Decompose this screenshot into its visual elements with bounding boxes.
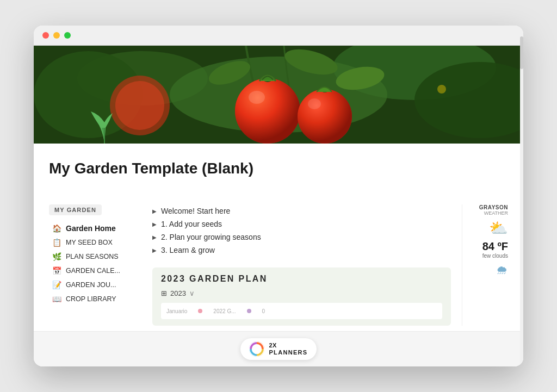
sidebar-library-label: CROP LIBRARY [66, 295, 116, 303]
arrow-icon: ▶ [152, 221, 157, 227]
browser-chrome [34, 26, 523, 46]
library-icon: 📖 [52, 295, 61, 303]
weather-cloud-icon: 🌧 [469, 263, 508, 277]
weather-location: GRAYSON [469, 204, 508, 210]
row-dot-2 [247, 309, 251, 313]
table-preview: Januario 2022 G... 0 [161, 303, 442, 319]
calendar-icon: 📅 [52, 266, 61, 275]
sidebar: MY GARDEN 🏠 Garden Home 📋 MY SEED BOX 🌿 … [49, 204, 141, 326]
seasons-icon: 🌿 [52, 252, 61, 261]
svg-point-10 [115, 81, 164, 130]
svg-point-17 [249, 91, 265, 104]
sidebar-item-garden-journal[interactable]: 📝 GARDEN JOU... [49, 278, 141, 291]
svg-point-23 [253, 345, 261, 353]
garden-plan-year: 2023 [170, 289, 186, 297]
svg-point-14 [298, 89, 352, 144]
outline-seeds-label: 1. Add your seeds [161, 220, 222, 228]
sidebar-seedbox-label: MY SEED BOX [66, 239, 113, 246]
outline-welcome-label: Welcome! Start here [161, 207, 230, 215]
weather-widget: GRAYSON WEATHER ⛅ 84 ºF few clouds 🌧 [462, 204, 508, 326]
chevron-down-icon: ∨ [189, 289, 195, 297]
weather-description: few clouds [469, 253, 508, 259]
outline-item-seasons[interactable]: ▶ 2. Plan your growing seasons [152, 231, 451, 244]
svg-point-19 [437, 85, 446, 94]
outline-item-welcome[interactable]: ▶ Welcome! Start here [152, 204, 451, 217]
sidebar-item-garden-home[interactable]: 🏠 Garden Home [49, 222, 141, 235]
page-content: My Garden Template (Blank) MY GARDEN 🏠 G… [34, 144, 523, 331]
page-title: My Garden Template (Blank) [49, 160, 508, 177]
weather-label: WEATHER [469, 210, 508, 216]
browser-window: My Garden Template (Blank) MY GARDEN 🏠 G… [34, 26, 523, 366]
leaf-decoration [88, 109, 121, 144]
sidebar-journal-label: GARDEN JOU... [66, 281, 116, 289]
outline-learn-label: 3. Learn & grow [161, 246, 215, 254]
svg-point-12 [235, 78, 300, 144]
weather-temperature: 84 ºF [469, 240, 508, 253]
arrow-icon: ▶ [152, 247, 157, 253]
col-value-1: 0 [262, 308, 265, 314]
garden-plan-tab[interactable]: ⊞ 2023 ∨ [161, 289, 442, 297]
garden-plan-section: 2023 GARDEN PLAN ⊞ 2023 ∨ Januario 2022 … [152, 267, 451, 326]
table-icon: ⊞ [161, 289, 167, 297]
close-button[interactable] [42, 32, 49, 39]
arrow-icon: ▶ [152, 208, 157, 214]
col-label-1: Januario [166, 308, 187, 314]
brand-planners-label: PLANNERS [269, 349, 307, 356]
sidebar-calendar-label: GARDEN CALE... [66, 267, 120, 275]
sidebar-item-plan-seasons[interactable]: 🌿 PLAN SEASONS [49, 250, 141, 263]
minimize-button[interactable] [53, 32, 60, 39]
main-content: ▶ Welcome! Start here ▶ 1. Add your seed… [152, 204, 451, 326]
hero-image [34, 46, 523, 144]
sidebar-item-crop-library[interactable]: 📖 CROP LIBRARY [49, 293, 141, 306]
arrow-icon: ▶ [152, 234, 157, 240]
brand-logo [249, 341, 264, 357]
sidebar-home-label: Garden Home [66, 224, 116, 233]
row-dot-1 [198, 309, 202, 313]
svg-point-18 [308, 98, 321, 109]
scrollbar-thumb[interactable] [520, 36, 523, 69]
brand-2x-label: 2X [269, 342, 307, 349]
maximize-button[interactable] [64, 32, 71, 39]
outline-item-learn[interactable]: ▶ 3. Learn & grow [152, 244, 451, 257]
outline-item-seeds[interactable]: ▶ 1. Add your seeds [152, 217, 451, 231]
weather-condition-icon: ⛅ [469, 219, 508, 237]
sidebar-seasons-label: PLAN SEASONS [66, 253, 119, 260]
outline-seasons-label: 2. Plan your growing seasons [161, 233, 261, 241]
seedbox-icon: 📋 [52, 238, 61, 247]
col-label-2: 2022 G... [213, 308, 236, 314]
sidebar-item-garden-calendar[interactable]: 📅 GARDEN CALE... [49, 264, 141, 277]
logo-icon [249, 341, 264, 357]
brand-text: 2X PLANNERS [269, 342, 307, 356]
sidebar-label: MY GARDEN [49, 204, 102, 215]
sidebar-item-seed-box[interactable]: 📋 MY SEED BOX [49, 236, 141, 249]
branding-bar: 2X PLANNERS [34, 331, 523, 366]
scrollbar[interactable] [520, 26, 523, 366]
garden-plan-title: 2023 GARDEN PLAN [161, 274, 442, 284]
journal-icon: 📝 [52, 281, 61, 289]
home-icon: 🏠 [52, 224, 61, 233]
branding-badge: 2X PLANNERS [240, 338, 316, 360]
sprout-icon [88, 109, 121, 144]
